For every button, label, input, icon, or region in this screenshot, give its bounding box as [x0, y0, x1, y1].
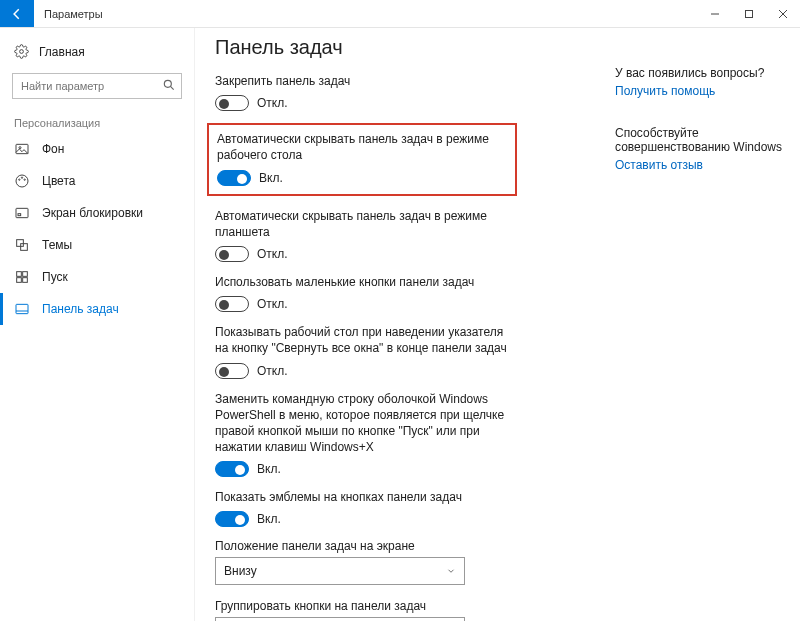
- sidebar-item-label: Экран блокировки: [42, 206, 143, 220]
- sidebar-section-header: Персонализация: [0, 99, 194, 133]
- svg-rect-17: [17, 272, 22, 277]
- toggle-state: Вкл.: [259, 171, 283, 185]
- svg-rect-14: [18, 214, 21, 216]
- dropdown-combine[interactable]: Всегда, скрывать метки: [215, 617, 465, 621]
- toggle-lock-taskbar[interactable]: [215, 95, 249, 111]
- gear-icon: [14, 44, 29, 59]
- sidebar-item-label: Цвета: [42, 174, 75, 188]
- window-close-button[interactable]: [766, 0, 800, 27]
- setting-lock-taskbar: Закрепить панель задач Откл.: [215, 73, 515, 111]
- help-question: У вас появились вопросы?: [615, 66, 788, 80]
- setting-autohide-desktop: Автоматически скрывать панель задач в ре…: [217, 131, 507, 185]
- toggle-powershell[interactable]: [215, 461, 249, 477]
- close-icon: [778, 9, 788, 19]
- setting-label: Использовать маленькие кнопки панели зад…: [215, 274, 515, 290]
- palette-icon: [14, 173, 30, 189]
- window-titlebar: Параметры: [0, 0, 800, 28]
- minimize-icon: [710, 9, 720, 19]
- setting-label: Показывать рабочий стол при наведении ук…: [215, 324, 515, 356]
- sidebar-item-start[interactable]: Пуск: [0, 261, 194, 293]
- toggle-small-buttons[interactable]: [215, 296, 249, 312]
- toggle-state: Откл.: [257, 247, 288, 261]
- search-container: [12, 73, 182, 99]
- right-column: У вас появились вопросы? Получить помощь…: [615, 28, 800, 621]
- sidebar-item-themes[interactable]: Темы: [0, 229, 194, 261]
- sidebar-item-label: Пуск: [42, 270, 68, 284]
- picture-icon: [14, 141, 30, 157]
- setting-label: Закрепить панель задач: [215, 73, 515, 89]
- svg-point-11: [21, 177, 22, 178]
- chevron-down-icon: [446, 566, 456, 576]
- toggle-badges[interactable]: [215, 511, 249, 527]
- svg-point-4: [20, 50, 24, 54]
- sidebar: Главная Персонализация Фон Цвета Экран б…: [0, 28, 195, 621]
- toggle-state: Вкл.: [257, 462, 281, 476]
- main-content: Панель задач Закрепить панель задач Откл…: [195, 28, 615, 621]
- svg-rect-19: [17, 278, 22, 283]
- start-icon: [14, 269, 30, 285]
- setting-powershell: Заменить командную строку оболочкой Wind…: [215, 391, 515, 478]
- feedback-question: Способствуйте совершенствованию Windows: [615, 126, 788, 154]
- sidebar-home-label: Главная: [39, 45, 85, 59]
- svg-rect-13: [16, 208, 28, 217]
- svg-rect-21: [16, 304, 28, 313]
- sidebar-item-label: Панель задач: [42, 302, 119, 316]
- search-input[interactable]: [12, 73, 182, 99]
- window-minimize-button[interactable]: [698, 0, 732, 27]
- setting-small-buttons: Использовать маленькие кнопки панели зад…: [215, 274, 515, 312]
- window-maximize-button[interactable]: [732, 0, 766, 27]
- svg-rect-20: [23, 278, 28, 283]
- svg-rect-18: [23, 272, 28, 277]
- window-title: Параметры: [34, 8, 103, 20]
- themes-icon: [14, 237, 30, 253]
- svg-rect-16: [21, 244, 28, 251]
- dropdown-value: Внизу: [224, 564, 257, 578]
- setting-label: Заменить командную строку оболочкой Wind…: [215, 391, 515, 456]
- sidebar-item-label: Темы: [42, 238, 72, 252]
- back-button[interactable]: [0, 0, 34, 27]
- sidebar-item-colors[interactable]: Цвета: [0, 165, 194, 197]
- taskbar-icon: [14, 301, 30, 317]
- svg-point-12: [24, 179, 25, 180]
- dropdown-position[interactable]: Внизу: [215, 557, 465, 585]
- setting-label: Показать эмблемы на кнопках панели задач: [215, 489, 515, 505]
- svg-rect-15: [17, 240, 24, 247]
- toggle-state: Откл.: [257, 297, 288, 311]
- setting-label: Автоматически скрывать панель задач в ре…: [217, 131, 507, 163]
- sidebar-item-taskbar[interactable]: Панель задач: [0, 293, 194, 325]
- sidebar-item-lockscreen[interactable]: Экран блокировки: [0, 197, 194, 229]
- toggle-autohide-tablet[interactable]: [215, 246, 249, 262]
- sidebar-item-label: Фон: [42, 142, 64, 156]
- toggle-state: Откл.: [257, 96, 288, 110]
- highlighted-setting: Автоматически скрывать панель задач в ре…: [207, 123, 517, 195]
- svg-point-10: [19, 179, 20, 180]
- toggle-autohide-desktop[interactable]: [217, 170, 251, 186]
- lockscreen-icon: [14, 205, 30, 221]
- sidebar-item-background[interactable]: Фон: [0, 133, 194, 165]
- setting-badges: Показать эмблемы на кнопках панели задач…: [215, 489, 515, 527]
- toggle-state: Вкл.: [257, 512, 281, 526]
- maximize-icon: [744, 9, 754, 19]
- sidebar-home[interactable]: Главная: [0, 38, 194, 65]
- toggle-state: Откл.: [257, 364, 288, 378]
- toggle-peek-desktop[interactable]: [215, 363, 249, 379]
- setting-autohide-tablet: Автоматически скрывать панель задач в ре…: [215, 208, 515, 262]
- link-get-help[interactable]: Получить помощь: [615, 84, 788, 98]
- page-heading: Панель задач: [215, 36, 603, 59]
- setting-label: Автоматически скрывать панель задач в ре…: [215, 208, 515, 240]
- svg-rect-1: [746, 10, 753, 17]
- setting-peek-desktop: Показывать рабочий стол при наведении ук…: [215, 324, 515, 378]
- dropdown-label-position: Положение панели задач на экране: [215, 539, 603, 553]
- link-feedback[interactable]: Оставить отзыв: [615, 158, 788, 172]
- arrow-left-icon: [10, 7, 24, 21]
- dropdown-label-combine: Группировать кнопки на панели задач: [215, 599, 603, 613]
